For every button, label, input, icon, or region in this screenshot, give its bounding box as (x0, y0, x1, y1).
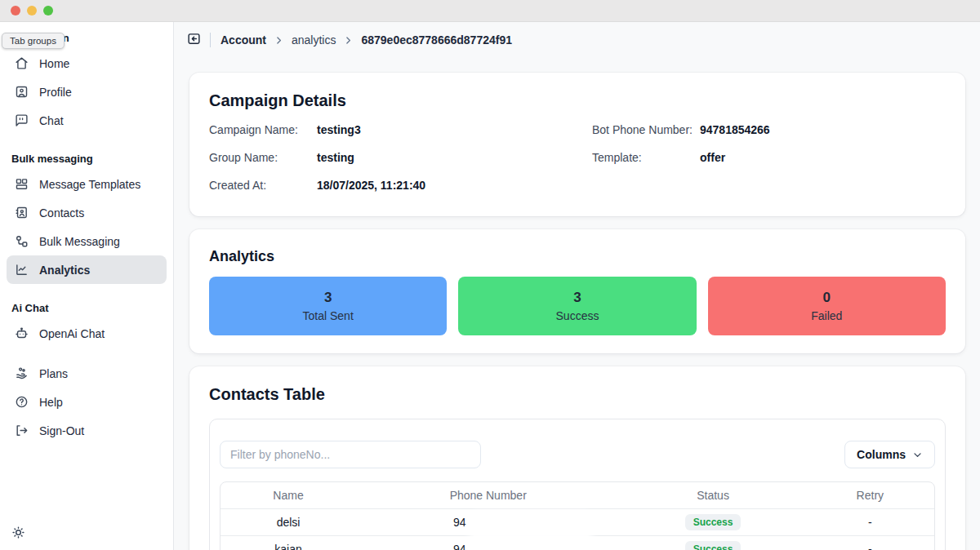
contacts-table-panel: Columns Name Phone Number (209, 419, 946, 550)
cell-phone: 94 (356, 508, 620, 535)
status-badge: Success (685, 514, 742, 530)
table-row[interactable]: kajan 94 Success - (220, 535, 934, 550)
stat-label: Success (556, 309, 599, 322)
field-label: Bot Phone Number: (592, 123, 700, 136)
contacts-table: Name Phone Number Status Retry delsi (220, 482, 934, 550)
help-circle-icon (15, 395, 29, 409)
cell-phone: 94 (356, 535, 620, 550)
chevron-down-icon (912, 450, 923, 460)
column-header-phone-number: Phone Number (356, 482, 620, 508)
breadcrumb-account[interactable]: Account (220, 33, 266, 47)
theme-toggle-button[interactable] (10, 526, 26, 542)
analytics-title: Analytics (209, 247, 946, 265)
log-out-icon (15, 424, 29, 437)
stat-value: 3 (573, 290, 581, 306)
sidebar-item-analytics[interactable]: Analytics (7, 255, 167, 284)
app-window: Tab groups Application Home Profile Chat… (0, 0, 980, 550)
sidebar-item-sign-out[interactable]: Sign-Out (7, 416, 167, 445)
sidebar-item-label: OpenAi Chat (39, 327, 105, 340)
contacts-table-card: Contacts Table Columns (189, 366, 965, 550)
field-value: offer (700, 151, 725, 164)
cell-retry: - (806, 535, 934, 550)
campaign-fields: Campaign Name: testing3 Group Name: test… (209, 123, 946, 206)
divider (210, 33, 211, 47)
field-value: testing3 (317, 123, 361, 136)
breadcrumb-analytics[interactable]: analytics (292, 33, 336, 47)
analytics-card: Analytics 3 Total Sent 3 Success 0 Faile (189, 229, 965, 353)
field-campaign-name: Campaign Name: testing3 (209, 123, 563, 151)
home-icon (15, 56, 29, 70)
chevron-right-icon (343, 35, 354, 46)
sidebar-item-label: Profile (39, 86, 72, 99)
sidebar-item-label: Bulk Messaging (39, 235, 120, 248)
sidebar: Tab groups Application Home Profile Chat… (0, 22, 174, 550)
sidebar-item-label: Help (39, 396, 63, 409)
breadcrumb-campaign-id: 6879e0ec8778666d87724f91 (361, 33, 512, 47)
stat-total-sent: 3 Total Sent (209, 277, 447, 335)
column-header-status: Status (620, 482, 805, 508)
sidebar-item-label: Home (39, 57, 69, 70)
titlebar (0, 0, 980, 22)
field-value: 18/07/2025, 11:21:40 (317, 179, 425, 192)
sidebar-item-label: Plans (39, 367, 68, 380)
field-created-at: Created At: 18/07/2025, 11:21:40 (209, 179, 563, 206)
campaign-fields-right: Bot Phone Number: 94781854266 Template: … (592, 123, 946, 206)
sidebar-item-openai-chat[interactable]: OpenAi Chat (7, 319, 167, 348)
campaign-details-title: Campaign Details (209, 91, 946, 110)
status-badge: Success (685, 541, 742, 550)
sidebar-section-ai-chat: Ai Chat OpenAi Chat (7, 302, 167, 348)
stat-failed: 0 Failed (708, 277, 946, 335)
field-label: Group Name: (209, 151, 317, 164)
sidebar-item-label: Analytics (39, 264, 90, 277)
cell-retry: - (806, 508, 934, 535)
contact-book-icon (15, 206, 29, 220)
column-header-name: Name (220, 482, 356, 508)
tab-groups-tooltip: Tab groups (2, 33, 65, 49)
breadcrumb: Account analytics 6879e0ec8778666d87724f… (220, 33, 512, 47)
stat-value: 3 (324, 290, 332, 306)
sidebar-item-chat[interactable]: Chat (7, 106, 167, 135)
close-window-button[interactable] (11, 6, 20, 16)
sidebar-item-help[interactable]: Help (7, 388, 167, 416)
sidebar-item-label: Contacts (39, 206, 84, 220)
chart-line-icon (15, 263, 29, 277)
field-label: Campaign Name: (209, 123, 317, 136)
cell-name: kajan (220, 535, 356, 550)
fullscreen-window-button[interactable] (43, 6, 53, 16)
hand-coins-icon (15, 366, 29, 380)
analytics-stats: 3 Total Sent 3 Success 0 Failed (209, 277, 946, 335)
columns-button-label: Columns (857, 448, 906, 461)
bot-icon (15, 326, 29, 340)
minimize-window-button[interactable] (27, 6, 37, 16)
main-content: Account analytics 6879e0ec8778666d87724f… (174, 22, 980, 550)
table-header-row: Name Phone Number Status Retry (220, 482, 934, 508)
table-controls: Columns (220, 441, 935, 468)
sidebar-item-home[interactable]: Home (7, 49, 167, 78)
workflow-icon (15, 234, 29, 248)
cell-status: Success (620, 535, 805, 550)
sidebar-toggle-button[interactable] (185, 32, 202, 48)
phone-redacted-area (466, 526, 523, 526)
panel-left-close-icon (187, 32, 201, 46)
field-value: testing (317, 151, 354, 164)
page-content: Campaign Details Campaign Name: testing3… (174, 58, 980, 550)
sidebar-item-message-templates[interactable]: Message Templates (7, 170, 167, 198)
campaign-details-card: Campaign Details Campaign Name: testing3… (189, 73, 965, 216)
campaign-fields-left: Campaign Name: testing3 Group Name: test… (209, 123, 563, 206)
stat-success: 3 Success (458, 277, 696, 335)
breadcrumb-bar: Account analytics 6879e0ec8778666d87724f… (174, 22, 980, 58)
columns-dropdown-button[interactable]: Columns (844, 441, 935, 468)
sidebar-item-contacts[interactable]: Contacts (7, 198, 167, 227)
sidebar-heading-ai-chat: Ai Chat (11, 302, 162, 314)
field-bot-phone-number: Bot Phone Number: 94781854266 (592, 123, 946, 151)
sidebar-item-bulk-messaging[interactable]: Bulk Messaging (7, 227, 167, 255)
layout-template-icon (15, 177, 29, 191)
cell-name: delsi (220, 508, 356, 535)
sidebar-item-label: Sign-Out (39, 424, 84, 437)
sidebar-item-profile[interactable]: Profile (7, 78, 167, 106)
sidebar-item-plans[interactable]: Plans (7, 359, 167, 388)
phone-visible-digits: 94 (453, 543, 466, 550)
phone-filter-input[interactable] (220, 441, 481, 468)
contacts-table-wrapper: Name Phone Number Status Retry delsi (220, 481, 935, 550)
table-row[interactable]: delsi 94 Success - (220, 508, 934, 535)
